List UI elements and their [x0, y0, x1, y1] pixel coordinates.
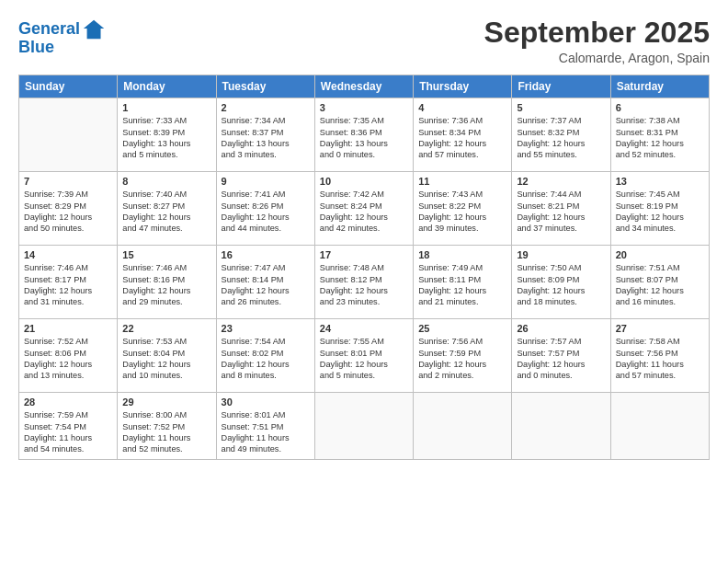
- day-number: 15: [122, 249, 210, 260]
- logo: General Blue: [18, 17, 108, 57]
- day-header-friday: Friday: [512, 75, 610, 98]
- calendar-cell: 18Sunrise: 7:49 AMSunset: 8:11 PMDayligh…: [414, 246, 512, 319]
- month-title: September 2025: [484, 17, 710, 49]
- day-number: 30: [222, 396, 310, 408]
- calendar-cell: 1Sunrise: 7:33 AMSunset: 8:39 PMDaylight…: [118, 98, 216, 172]
- calendar-cell: 10Sunrise: 7:42 AMSunset: 8:24 PMDayligh…: [314, 172, 413, 246]
- day-number: 10: [320, 176, 408, 187]
- calendar-week-row: 28Sunrise: 7:59 AMSunset: 7:54 PMDayligh…: [19, 393, 710, 460]
- day-number: 4: [418, 102, 506, 113]
- day-number: 12: [517, 176, 605, 187]
- day-header-saturday: Saturday: [610, 75, 709, 98]
- calendar-cell: 30Sunrise: 8:01 AMSunset: 7:51 PMDayligh…: [216, 393, 314, 460]
- day-number: 18: [418, 249, 506, 260]
- day-header-wednesday: Wednesday: [314, 75, 413, 98]
- day-number: 7: [24, 176, 112, 187]
- day-number: 13: [616, 176, 704, 187]
- day-number: 16: [222, 249, 310, 260]
- day-info: Sunrise: 7:57 AMSunset: 7:57 PMDaylight:…: [517, 336, 605, 382]
- day-number: 14: [24, 249, 112, 260]
- day-info: Sunrise: 7:44 AMSunset: 8:21 PMDaylight:…: [517, 189, 605, 235]
- calendar-cell: 9Sunrise: 7:41 AMSunset: 8:26 PMDaylight…: [216, 172, 314, 246]
- logo-icon: [82, 17, 108, 42]
- day-info: Sunrise: 7:35 AMSunset: 8:36 PMDaylight:…: [320, 115, 408, 161]
- calendar-cell: 15Sunrise: 7:46 AMSunset: 8:16 PMDayligh…: [118, 246, 216, 319]
- day-number: 22: [122, 323, 210, 334]
- day-number: 29: [122, 396, 210, 408]
- day-number: 28: [24, 396, 112, 408]
- day-info: Sunrise: 7:36 AMSunset: 8:34 PMDaylight:…: [418, 115, 506, 161]
- calendar-cell: 22Sunrise: 7:53 AMSunset: 8:04 PMDayligh…: [118, 319, 216, 393]
- location: Calomarde, Aragon, Spain: [484, 51, 710, 65]
- day-info: Sunrise: 7:39 AMSunset: 8:29 PMDaylight:…: [24, 189, 112, 235]
- day-info: Sunrise: 7:33 AMSunset: 8:39 PMDaylight:…: [122, 115, 210, 161]
- calendar-week-row: 1Sunrise: 7:33 AMSunset: 8:39 PMDaylight…: [19, 98, 710, 172]
- title-block: September 2025 Calomarde, Aragon, Spain: [484, 17, 710, 65]
- day-info: Sunrise: 7:55 AMSunset: 8:01 PMDaylight:…: [320, 336, 408, 382]
- day-number: 19: [517, 249, 605, 260]
- calendar-table: SundayMondayTuesdayWednesdayThursdayFrid…: [18, 75, 710, 460]
- day-number: 8: [122, 176, 210, 187]
- calendar-cell: 23Sunrise: 7:54 AMSunset: 8:02 PMDayligh…: [216, 319, 314, 393]
- calendar-cell: [512, 393, 610, 460]
- calendar-cell: 16Sunrise: 7:47 AMSunset: 8:14 PMDayligh…: [216, 246, 314, 319]
- calendar-week-row: 21Sunrise: 7:52 AMSunset: 8:06 PMDayligh…: [19, 319, 710, 393]
- day-number: 6: [616, 102, 704, 113]
- page: General Blue September 2025 Calomarde, A…: [0, 0, 728, 563]
- day-info: Sunrise: 7:41 AMSunset: 8:26 PMDaylight:…: [222, 189, 310, 235]
- day-info: Sunrise: 7:52 AMSunset: 8:06 PMDaylight:…: [24, 336, 112, 382]
- logo-text-general: General: [18, 20, 80, 39]
- day-info: Sunrise: 7:47 AMSunset: 8:14 PMDaylight:…: [222, 262, 310, 308]
- day-number: 2: [222, 102, 310, 113]
- calendar-cell: 24Sunrise: 7:55 AMSunset: 8:01 PMDayligh…: [314, 319, 413, 393]
- calendar-cell: 14Sunrise: 7:46 AMSunset: 8:17 PMDayligh…: [19, 246, 118, 319]
- day-info: Sunrise: 7:40 AMSunset: 8:27 PMDaylight:…: [122, 189, 210, 235]
- day-info: Sunrise: 8:00 AMSunset: 7:52 PMDaylight:…: [122, 409, 210, 455]
- day-info: Sunrise: 7:38 AMSunset: 8:31 PMDaylight:…: [616, 115, 704, 161]
- calendar-cell: 7Sunrise: 7:39 AMSunset: 8:29 PMDaylight…: [19, 172, 118, 246]
- calendar-cell: 20Sunrise: 7:51 AMSunset: 8:07 PMDayligh…: [610, 246, 709, 319]
- day-info: Sunrise: 7:46 AMSunset: 8:17 PMDaylight:…: [24, 262, 112, 308]
- day-info: Sunrise: 7:42 AMSunset: 8:24 PMDaylight:…: [320, 189, 408, 235]
- day-info: Sunrise: 7:37 AMSunset: 8:32 PMDaylight:…: [517, 115, 605, 161]
- day-info: Sunrise: 7:48 AMSunset: 8:12 PMDaylight:…: [320, 262, 408, 308]
- svg-marker-0: [84, 20, 104, 40]
- day-number: 17: [320, 249, 408, 260]
- day-number: 3: [320, 102, 408, 113]
- calendar-cell: [414, 393, 512, 460]
- day-number: 27: [616, 323, 704, 334]
- day-info: Sunrise: 7:53 AMSunset: 8:04 PMDaylight:…: [122, 336, 210, 382]
- day-number: 26: [517, 323, 605, 334]
- calendar-cell: 17Sunrise: 7:48 AMSunset: 8:12 PMDayligh…: [314, 246, 413, 319]
- calendar-week-row: 7Sunrise: 7:39 AMSunset: 8:29 PMDaylight…: [19, 172, 710, 246]
- calendar-cell: 19Sunrise: 7:50 AMSunset: 8:09 PMDayligh…: [512, 246, 610, 319]
- calendar-cell: 28Sunrise: 7:59 AMSunset: 7:54 PMDayligh…: [19, 393, 118, 460]
- day-number: 21: [24, 323, 112, 334]
- calendar-cell: 29Sunrise: 8:00 AMSunset: 7:52 PMDayligh…: [118, 393, 216, 460]
- calendar-body: 1Sunrise: 7:33 AMSunset: 8:39 PMDaylight…: [19, 98, 710, 460]
- day-info: Sunrise: 7:58 AMSunset: 7:56 PMDaylight:…: [616, 336, 704, 382]
- day-info: Sunrise: 7:50 AMSunset: 8:09 PMDaylight:…: [517, 262, 605, 308]
- day-header-thursday: Thursday: [414, 75, 512, 98]
- day-number: 23: [222, 323, 310, 334]
- day-header-monday: Monday: [118, 75, 216, 98]
- calendar-cell: 2Sunrise: 7:34 AMSunset: 8:37 PMDaylight…: [216, 98, 314, 172]
- day-info: Sunrise: 7:43 AMSunset: 8:22 PMDaylight:…: [418, 189, 506, 235]
- calendar-cell: 25Sunrise: 7:56 AMSunset: 7:59 PMDayligh…: [414, 319, 512, 393]
- day-info: Sunrise: 7:54 AMSunset: 8:02 PMDaylight:…: [222, 336, 310, 382]
- calendar-cell: 6Sunrise: 7:38 AMSunset: 8:31 PMDaylight…: [610, 98, 709, 172]
- calendar-cell: [314, 393, 413, 460]
- calendar-header-row: SundayMondayTuesdayWednesdayThursdayFrid…: [19, 75, 710, 98]
- day-info: Sunrise: 7:49 AMSunset: 8:11 PMDaylight:…: [418, 262, 506, 308]
- calendar-cell: 21Sunrise: 7:52 AMSunset: 8:06 PMDayligh…: [19, 319, 118, 393]
- day-number: 1: [122, 102, 210, 113]
- calendar-cell: 12Sunrise: 7:44 AMSunset: 8:21 PMDayligh…: [512, 172, 610, 246]
- day-info: Sunrise: 7:59 AMSunset: 7:54 PMDaylight:…: [24, 409, 112, 455]
- day-info: Sunrise: 7:56 AMSunset: 7:59 PMDaylight:…: [418, 336, 506, 382]
- day-number: 20: [616, 249, 704, 260]
- calendar-cell: 11Sunrise: 7:43 AMSunset: 8:22 PMDayligh…: [414, 172, 512, 246]
- calendar-cell: 8Sunrise: 7:40 AMSunset: 8:27 PMDaylight…: [118, 172, 216, 246]
- day-info: Sunrise: 7:34 AMSunset: 8:37 PMDaylight:…: [222, 115, 310, 161]
- day-number: 24: [320, 323, 408, 334]
- calendar-cell: [19, 98, 118, 172]
